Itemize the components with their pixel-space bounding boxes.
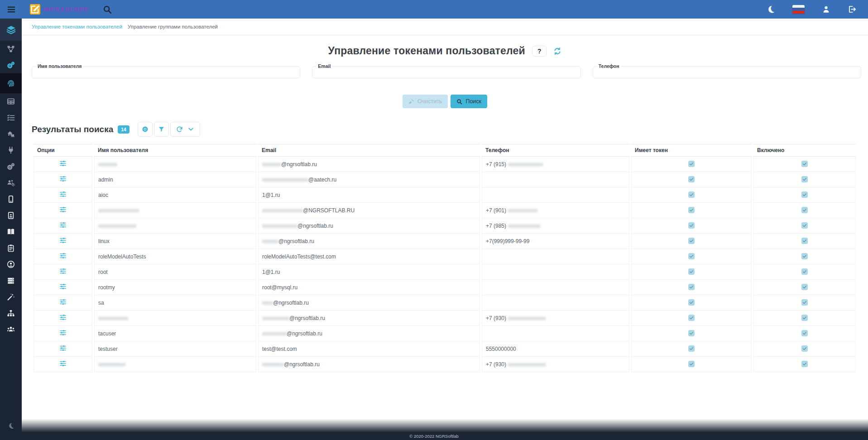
sidebar-item-gears[interactable] — [0, 158, 22, 175]
sidebar-item-sitemap[interactable] — [0, 305, 22, 321]
checkbox-checked[interactable] — [688, 345, 695, 352]
row-options-button[interactable] — [59, 268, 67, 275]
reload-export-button[interactable] — [170, 122, 200, 137]
sidebar-item-fingerprint[interactable] — [0, 73, 22, 93]
language-flag-ru[interactable] — [792, 5, 805, 14]
checkbox-checked[interactable] — [688, 191, 695, 198]
cell-email: xxxxxxxxxxxxx@ngrsoftlab.ru — [258, 218, 480, 234]
sidebar-item-task-list[interactable] — [0, 110, 22, 126]
filter-input-2[interactable] — [593, 67, 861, 78]
sidebar-item-clipboard-list[interactable] — [0, 240, 22, 256]
sidebar-item-users-gear[interactable] — [0, 175, 22, 191]
row-options-button[interactable] — [59, 206, 67, 213]
sidebar-item-layers[interactable] — [0, 19, 22, 41]
checkbox-checked[interactable] — [801, 191, 808, 198]
help-button[interactable]: ? — [532, 46, 547, 57]
filter-input-1[interactable] — [312, 67, 580, 78]
checkbox-checked[interactable] — [801, 315, 808, 321]
checkbox-checked[interactable] — [801, 330, 808, 336]
cell-has-token — [631, 311, 752, 326]
row-options-button[interactable] — [59, 160, 67, 167]
row-options-button[interactable] — [59, 175, 67, 182]
search-button[interactable]: Поиск — [451, 95, 487, 108]
checkbox-checked[interactable] — [688, 176, 695, 182]
row-options-button[interactable] — [59, 252, 67, 259]
checkbox-checked[interactable] — [688, 299, 695, 306]
user-icon[interactable] — [822, 5, 830, 14]
cell-has-token — [631, 357, 752, 372]
checkbox-checked[interactable] — [688, 207, 695, 213]
checkbox-checked[interactable] — [688, 268, 695, 275]
brand-name: INFRASCOPE — [43, 6, 89, 13]
sidebar-item-user-circle[interactable] — [0, 256, 22, 273]
cell-email: 1@1.ru — [258, 264, 480, 280]
checkbox-checked[interactable] — [688, 161, 695, 167]
search-icon[interactable] — [102, 5, 112, 14]
checkbox-checked[interactable] — [688, 361, 695, 367]
checkbox-checked[interactable] — [801, 222, 808, 229]
row-options-button[interactable] — [59, 191, 67, 198]
table-settings-button[interactable] — [138, 122, 153, 137]
checkbox-checked[interactable] — [688, 238, 695, 244]
sidebar-item-users[interactable] — [0, 321, 22, 338]
checkbox-checked[interactable] — [688, 315, 695, 321]
checkbox-checked[interactable] — [801, 238, 808, 244]
sidebar-item-project-diagram[interactable] — [0, 41, 22, 57]
row-options-button[interactable] — [59, 283, 67, 290]
row-options-button[interactable] — [59, 344, 67, 352]
cell-phone — [482, 249, 629, 264]
sign-out-icon[interactable] — [848, 5, 856, 14]
cell-options — [34, 157, 92, 172]
checkbox-checked[interactable] — [801, 361, 808, 367]
breadcrumb-item-1[interactable]: Управление группами пользователей — [128, 24, 218, 29]
row-options-button[interactable] — [59, 329, 67, 336]
sidebar-item-id-card[interactable] — [0, 207, 22, 224]
fingerprint-icon — [7, 79, 15, 87]
checkbox-checked[interactable] — [801, 253, 808, 259]
results-table: ОпцииИмя пользователяEmailТелефонИмеет т… — [32, 144, 858, 372]
checkbox-checked[interactable] — [688, 330, 695, 336]
row-options-button[interactable] — [59, 298, 67, 306]
sidebar-item-house-laptop[interactable] — [0, 126, 22, 142]
filter-button[interactable] — [154, 122, 169, 137]
cell-has-token — [631, 326, 752, 341]
checkbox-checked[interactable] — [801, 207, 808, 213]
dark-mode-moon-icon[interactable] — [8, 422, 14, 429]
cell-text: 1@1.ru — [262, 269, 280, 275]
row-options-button[interactable] — [59, 314, 67, 321]
sidebar-item-mobile[interactable] — [0, 191, 22, 207]
sidebar-item-magic-wand[interactable] — [0, 289, 22, 305]
sidebar-item-table[interactable] — [0, 93, 22, 110]
checkbox-checked[interactable] — [801, 345, 808, 352]
checkbox-checked[interactable] — [688, 284, 695, 290]
refresh-icon[interactable] — [553, 47, 561, 55]
cell-options — [34, 326, 92, 341]
breadcrumb-item-0[interactable]: Управление токенами пользователей — [32, 24, 122, 29]
dark-mode-moon-icon[interactable] — [767, 5, 775, 14]
clear-button[interactable]: Очистить — [403, 95, 448, 108]
cell-phone: +7(999)999-99-99 — [482, 234, 629, 249]
sidebar-item-book-open[interactable] — [0, 224, 22, 240]
sidebar-item-gears[interactable] — [0, 57, 22, 73]
checkbox-checked[interactable] — [801, 161, 808, 167]
checkbox-checked[interactable] — [801, 299, 808, 306]
checkbox-checked[interactable] — [688, 253, 695, 259]
checkbox-checked[interactable] — [801, 284, 808, 290]
brand-logo[interactable]: INFRASCOPE — [30, 4, 89, 14]
row-options-button[interactable] — [59, 237, 67, 244]
row-options-button[interactable] — [59, 221, 67, 229]
sidebar-item-server[interactable] — [0, 273, 22, 289]
checkbox-checked[interactable] — [801, 268, 808, 275]
cell-options — [34, 218, 92, 234]
row-options-button[interactable] — [59, 360, 67, 367]
sidebar-item-plug[interactable] — [0, 142, 22, 158]
cell-options — [34, 187, 92, 203]
breadcrumb: Управление токенами пользователейУправле… — [22, 19, 868, 35]
cell-has-token — [631, 172, 752, 187]
checkbox-checked[interactable] — [801, 176, 808, 182]
cell-phone: +7 (930) xxxxxxxxxxxxxx — [482, 311, 629, 326]
checkbox-checked[interactable] — [688, 222, 695, 229]
cell-email: xxxxxxxx@ngrsoftlab.ru — [258, 357, 480, 372]
cell-email: xxxxxxxxxxxxxxx@NGRSOFTLAB.RU — [258, 203, 480, 218]
menu-icon[interactable] — [6, 5, 16, 14]
